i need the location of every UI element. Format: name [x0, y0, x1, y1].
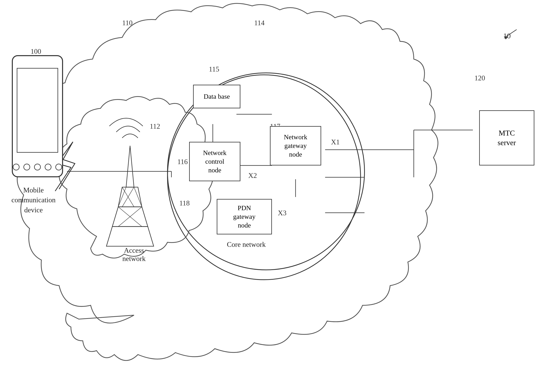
- phone-screen: [17, 68, 58, 153]
- num-115: 115: [209, 65, 219, 73]
- svg-line-9: [142, 207, 148, 226]
- network-gateway-node-box: Networkgatewaynode: [270, 126, 321, 166]
- mobile-device-label: Mobilecommunicationdevice: [4, 185, 63, 215]
- svg-marker-5: [106, 226, 154, 246]
- x1-label: X1: [331, 138, 340, 146]
- num-120: 120: [474, 74, 485, 82]
- num-110: 110: [122, 19, 133, 27]
- svg-marker-30: [504, 36, 508, 39]
- x3-label: X3: [278, 209, 287, 217]
- network-control-node-box: Networkcontrolnode: [189, 142, 240, 181]
- svg-line-29: [505, 30, 517, 37]
- phone-btn-5: [55, 164, 62, 170]
- mobile-device: [12, 55, 63, 177]
- num-116: 116: [177, 157, 188, 166]
- diagram: Mobilecommunicationdevice 100 110 114 10…: [0, 0, 558, 392]
- x2-label: X2: [248, 171, 257, 180]
- pdn-gateway-node-box: PDNgatewaynode: [217, 199, 272, 235]
- svg-marker-3: [118, 187, 142, 207]
- num-118: 118: [179, 199, 190, 207]
- svg-line-11: [148, 226, 154, 246]
- phone-btn-4: [45, 164, 52, 170]
- phone-btn-1: [13, 164, 19, 170]
- svg-marker-2: [126, 146, 134, 187]
- num-114: 114: [254, 19, 265, 27]
- mtc-server-box: MTCserver: [479, 110, 534, 166]
- svg-line-8: [112, 207, 118, 226]
- core-network-label: Core network: [217, 240, 276, 249]
- svg-line-7: [134, 187, 142, 207]
- phone-btn-3: [34, 164, 41, 170]
- num-100: 100: [31, 47, 41, 56]
- phone-buttons: [13, 164, 62, 170]
- svg-line-6: [118, 187, 126, 207]
- svg-line-10: [106, 226, 112, 246]
- access-network-label: Accessnetwork: [105, 246, 164, 263]
- data-base-box: Data base: [193, 85, 240, 108]
- arrow-10: [493, 26, 523, 41]
- phone-btn-2: [23, 164, 30, 170]
- num-112: 112: [150, 122, 160, 131]
